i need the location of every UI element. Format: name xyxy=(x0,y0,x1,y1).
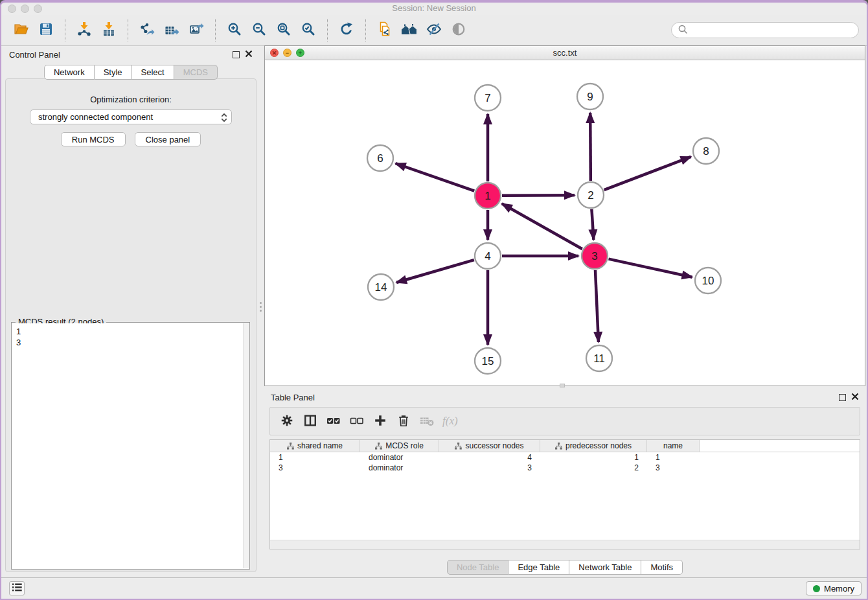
column-header-successor-nodes[interactable]: successor nodes xyxy=(439,440,540,452)
table-tab-motifs[interactable]: Motifs xyxy=(641,560,683,575)
export-network-icon xyxy=(139,21,155,39)
edge-2-3[interactable] xyxy=(591,209,593,240)
run-mcds-button[interactable]: Run MCDS xyxy=(61,132,126,146)
show-panels-button[interactable] xyxy=(9,581,25,595)
table-options-button[interactable] xyxy=(277,411,297,432)
tab-network[interactable]: Network xyxy=(44,65,95,80)
table-tab-edge-table[interactable]: Edge Table xyxy=(508,560,569,575)
maximize-window-icon[interactable] xyxy=(34,5,42,13)
close-window-icon[interactable] xyxy=(8,5,16,13)
tab-style[interactable]: Style xyxy=(95,65,132,80)
node-1[interactable]: 1 xyxy=(475,183,501,209)
node-10[interactable]: 10 xyxy=(695,268,721,294)
panel-splitter-handle[interactable] xyxy=(259,302,262,314)
close-panel-button[interactable]: Close panel xyxy=(135,132,201,146)
cell-mcds-role[interactable]: dominator xyxy=(360,463,439,472)
criterion-select[interactable]: strongly connected component xyxy=(30,110,232,124)
search-field[interactable] xyxy=(671,22,859,38)
cell-name[interactable]: 3 xyxy=(647,463,700,472)
close-network-icon[interactable]: ✕ xyxy=(270,49,279,57)
node-4[interactable]: 4 xyxy=(475,243,501,269)
memory-button[interactable]: Memory xyxy=(806,581,862,595)
function-builder-label[interactable]: f(x) xyxy=(442,415,458,428)
edge-2-8[interactable] xyxy=(604,157,691,190)
close-panel-icon[interactable] xyxy=(245,49,253,60)
node-15[interactable]: 15 xyxy=(475,348,501,374)
zoom-selected-button[interactable] xyxy=(296,18,321,43)
network-graph[interactable]: 7968124314101511 xyxy=(265,60,866,386)
export-network-button[interactable] xyxy=(135,18,159,43)
node-11[interactable]: 11 xyxy=(586,345,612,371)
tab-mcds[interactable]: MCDS xyxy=(174,65,218,80)
table-row[interactable]: 3dominator323 xyxy=(270,463,860,473)
edge-3-10[interactable] xyxy=(608,259,692,277)
export-table-icon xyxy=(164,21,179,39)
table-tab-network-table[interactable]: Network Table xyxy=(569,560,641,575)
edge-1-2[interactable] xyxy=(502,195,575,196)
save-session-button[interactable] xyxy=(34,18,58,43)
cell-name[interactable]: 1 xyxy=(647,453,700,462)
canvas-resize-handle[interactable] xyxy=(560,384,565,387)
cell-successor-nodes[interactable]: 3 xyxy=(439,463,540,472)
mcds-result-lines[interactable]: 13 xyxy=(12,323,249,568)
network-canvas[interactable]: 7968124314101511 xyxy=(265,60,865,386)
open-folder-icon xyxy=(14,21,29,39)
zoom-fit-button[interactable] xyxy=(271,18,296,43)
unselect-all-columns-button[interactable] xyxy=(347,411,367,432)
select-all-columns-button[interactable] xyxy=(323,411,344,432)
float-panel-icon[interactable] xyxy=(233,51,240,58)
column-header-mcds-role[interactable]: MCDS role xyxy=(360,440,439,452)
window-titlebar: Session: New Session xyxy=(1,3,867,15)
edge-3-1[interactable] xyxy=(502,203,582,249)
create-column-button[interactable] xyxy=(370,411,391,432)
edge-2-9[interactable] xyxy=(590,113,591,181)
import-table-button[interactable] xyxy=(97,18,121,43)
minimize-window-icon[interactable] xyxy=(21,5,29,13)
zoom-in-button[interactable] xyxy=(222,18,247,43)
export-table-button[interactable] xyxy=(159,18,184,43)
edge-4-14[interactable] xyxy=(396,260,474,283)
close-table-panel-icon[interactable] xyxy=(851,391,859,403)
node-2[interactable]: 2 xyxy=(578,182,604,208)
houses-button[interactable] xyxy=(397,18,422,43)
node-6[interactable]: 6 xyxy=(367,145,393,171)
table-tab-node-table[interactable]: Node Table xyxy=(447,560,509,575)
clone-network-button[interactable] xyxy=(372,18,397,43)
hide-graphics-details-button[interactable] xyxy=(422,18,446,43)
export-image-button[interactable] xyxy=(184,18,209,43)
result-scrollbar[interactable] xyxy=(243,323,249,568)
cell-shared-name[interactable]: 1 xyxy=(270,453,360,462)
node-8[interactable]: 8 xyxy=(693,138,719,164)
edge-3-11[interactable] xyxy=(595,270,599,342)
cell-mcds-role[interactable]: dominator xyxy=(360,453,439,462)
cell-shared-name[interactable]: 3 xyxy=(270,463,360,472)
cell-predecessor-nodes[interactable]: 2 xyxy=(540,463,647,472)
table-row[interactable]: 1dominator411 xyxy=(270,452,860,463)
search-input[interactable] xyxy=(691,25,852,35)
node-9[interactable]: 9 xyxy=(577,84,603,110)
import-network-button[interactable] xyxy=(72,18,97,43)
cell-successor-nodes[interactable]: 4 xyxy=(439,453,540,462)
zoom-out-button[interactable] xyxy=(247,18,271,43)
cell-predecessor-nodes[interactable]: 1 xyxy=(540,453,647,462)
node-7[interactable]: 7 xyxy=(475,85,501,111)
refresh-layout-button[interactable] xyxy=(334,18,359,43)
column-header-predecessor-nodes[interactable]: predecessor nodes xyxy=(540,440,647,452)
delete-column-button[interactable] xyxy=(417,411,437,432)
sort-tree-icon xyxy=(375,443,382,450)
maximize-network-icon[interactable]: + xyxy=(296,49,304,57)
node-14[interactable]: 14 xyxy=(368,274,394,300)
edge-1-6[interactable] xyxy=(396,163,475,190)
minimize-network-icon[interactable]: − xyxy=(283,49,291,57)
open-file-button[interactable] xyxy=(9,18,34,43)
network-window-titlebar[interactable]: ✕ − + scc.txt xyxy=(265,46,865,60)
show-columns-button[interactable] xyxy=(300,411,321,432)
column-header-shared-name[interactable]: shared name xyxy=(270,440,360,452)
table-hscrollbar[interactable] xyxy=(270,540,860,549)
column-header-name[interactable]: name xyxy=(647,440,700,452)
tab-select[interactable]: Select xyxy=(132,65,174,80)
delete-rows-button[interactable] xyxy=(393,411,414,432)
float-table-panel-icon[interactable] xyxy=(839,394,846,401)
preview-eye-button[interactable] xyxy=(446,18,471,43)
node-3[interactable]: 3 xyxy=(582,243,608,269)
